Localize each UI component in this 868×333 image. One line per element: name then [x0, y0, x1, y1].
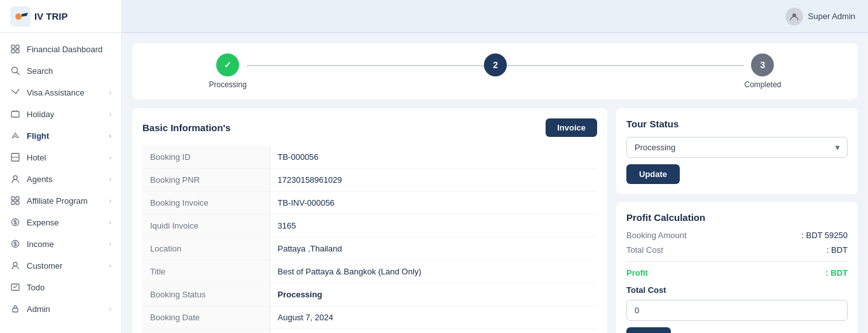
step-2: 2: [484, 53, 507, 80]
sidebar-label-affiliate-program: Affiliate Program: [27, 196, 88, 206]
chevron-icon-expense: ›: [109, 219, 111, 226]
flight-icon: [10, 131, 20, 141]
user-avatar-icon: [785, 8, 803, 25]
sidebar-item-financial-dashboard[interactable]: Financial Dashboard: [0, 38, 121, 60]
table-row: LocationPattaya ,Thailand: [142, 237, 597, 260]
field-value-0: TB-000056: [270, 146, 597, 169]
content-area: ✓ Processing 2 3 Completed Ba: [122, 33, 868, 333]
status-select[interactable]: Processing Confirmed Completed Cancelled: [626, 137, 848, 158]
sidebar-label-holiday: Holiday: [27, 110, 54, 119]
sidebar-label-flight: Flight: [27, 131, 49, 141]
sidebar-item-affiliate-program[interactable]: Affiliate Program›: [0, 190, 121, 211]
sidebar-item-hotel[interactable]: Hotel›: [0, 146, 121, 168]
profit-label: Profit: [626, 268, 648, 278]
sidebar-label-income: Income: [27, 239, 54, 249]
chevron-icon-flight: ›: [109, 132, 111, 139]
sidebar-item-flight[interactable]: Flight›: [0, 125, 121, 146]
panel-header: Basic Information's Invoice: [142, 118, 597, 137]
basic-info-panel: Basic Information's Invoice Booking IDTB…: [132, 108, 607, 333]
svg-rect-5: [16, 50, 19, 53]
svg-point-17: [13, 262, 17, 266]
svg-rect-11: [11, 197, 15, 200]
sidebar-nav: Financial DashboardSearchVisa Assistance…: [0, 33, 121, 333]
field-value-6: Processing: [270, 283, 597, 306]
step-3-label: Completed: [744, 80, 781, 89]
sidebar-item-customer[interactable]: Customer›: [0, 255, 121, 276]
holiday-icon: [10, 109, 20, 119]
sidebar-item-visa-assistance[interactable]: Visa Assistance›: [0, 81, 121, 103]
logo-area: IV TRIP: [0, 0, 121, 33]
step-1-label: Processing: [209, 80, 247, 89]
customer-icon: [10, 260, 20, 271]
update-button[interactable]: Update: [626, 164, 680, 184]
field-value-4: Pattaya ,Thailand: [270, 237, 597, 260]
field-value-5: Best of Pattaya & Bangkok (Land Only): [270, 260, 597, 283]
field-label-1: Booking PNR: [142, 169, 270, 192]
todo-icon: [10, 282, 20, 292]
svg-rect-4: [11, 50, 15, 53]
info-table: Booking IDTB-000056Booking PNR1723015896…: [142, 146, 597, 333]
two-col-layout: Basic Information's Invoice Booking IDTB…: [132, 108, 858, 333]
user-name-text: Super Admin: [808, 11, 855, 21]
field-label-4: Location: [142, 237, 270, 260]
sidebar-label-expense: Expense: [27, 218, 59, 227]
table-row: Booking StatusProcessing: [142, 283, 597, 306]
table-row: Booking IDTB-000056: [142, 146, 597, 169]
logo-text: IV TRIP: [34, 11, 68, 22]
field-value-8: August 8, 2024: [270, 329, 597, 334]
table-row: Iquidi Invoice3165: [142, 215, 597, 237]
total-cost-input[interactable]: [626, 300, 848, 321]
svg-rect-19: [13, 308, 18, 312]
chevron-icon-admin: ›: [109, 306, 111, 313]
field-label-8: Tour Date: [142, 329, 270, 334]
sidebar-label-financial-dashboard: Financial Dashboard: [27, 45, 102, 54]
svg-rect-14: [16, 201, 19, 204]
svg-rect-8: [11, 111, 19, 117]
field-label-2: Booking Invoice: [142, 192, 270, 215]
stepper-inner: ✓ Processing 2 3 Completed: [209, 53, 782, 89]
table-row: Booking InvoiceTB-INV-000056: [142, 192, 597, 215]
sidebar-label-admin: Admin: [27, 304, 50, 314]
field-value-3: 3165: [270, 215, 597, 237]
sidebar-label-search: Search: [27, 66, 53, 76]
sidebar-item-holiday[interactable]: Holiday›: [0, 103, 121, 125]
table-row: Booking DateAugust 7, 2024: [142, 306, 597, 329]
tour-status-title: Tour Status: [626, 118, 848, 129]
sidebar-label-todo: Todo: [27, 283, 45, 292]
hotel-icon: [10, 152, 20, 162]
sidebar-item-todo[interactable]: Todo: [0, 276, 121, 298]
svg-point-1: [15, 13, 22, 20]
table-row: Tour DateAugust 8, 2024: [142, 329, 597, 334]
visa-icon: [10, 87, 20, 97]
chevron-icon-income: ›: [109, 241, 111, 248]
sidebar-item-income[interactable]: Income›: [0, 233, 121, 255]
right-panel: Tour Status Processing Confirmed Complet…: [616, 108, 858, 333]
admin-icon: [10, 304, 20, 314]
expense-icon: [10, 217, 20, 227]
save-button[interactable]: Save: [626, 327, 671, 333]
invoice-button[interactable]: Invoice: [546, 118, 597, 137]
sidebar-item-expense[interactable]: Expense›: [0, 211, 121, 233]
profit-card: Profit Calculation Booking Amount : BDT …: [616, 202, 858, 333]
sidebar-item-search[interactable]: Search: [0, 60, 121, 81]
sidebar-label-hotel: Hotel: [27, 153, 46, 162]
field-value-1: 17230158961029: [270, 169, 597, 192]
user-info: Super Admin: [785, 8, 855, 25]
divider: [626, 261, 848, 262]
dashboard-icon: [10, 44, 20, 54]
sidebar-item-agents[interactable]: Agents›: [0, 168, 121, 190]
field-label-3: Iquidi Invoice: [142, 215, 270, 237]
profit-value: : BDT: [825, 268, 848, 278]
svg-rect-13: [11, 201, 15, 204]
logo-icon: [10, 6, 31, 27]
step-line-2: [507, 65, 744, 66]
total-cost-value-profit: : BDT: [827, 245, 848, 255]
svg-rect-2: [11, 45, 15, 48]
field-label-7: Booking Date: [142, 306, 270, 329]
sidebar-item-admin[interactable]: Admin›: [0, 298, 121, 320]
chevron-icon-visa-assistance: ›: [109, 89, 111, 96]
chevron-icon-hotel: ›: [109, 154, 111, 161]
svg-line-7: [17, 73, 20, 75]
total-cost-label-profit: Total Cost: [626, 245, 663, 255]
topbar: Super Admin: [122, 0, 868, 33]
